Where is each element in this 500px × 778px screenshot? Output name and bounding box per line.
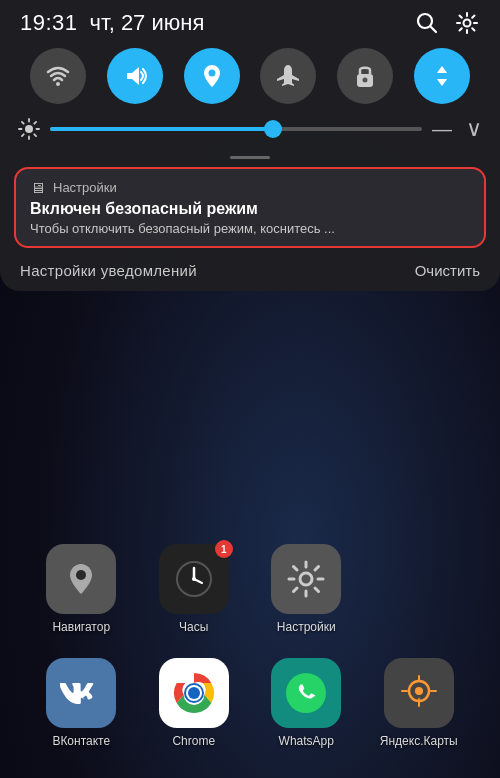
wifi-toggle[interactable] [30,48,86,104]
svg-point-36 [362,78,367,83]
notification-body: Чтобы отключить безопасный режим, коснит… [30,221,470,236]
quick-toggles [0,44,500,114]
chevron-down-icon[interactable]: ∨ [462,116,482,142]
notification-clear-button[interactable]: Очистить [415,262,480,279]
brightness-row: — ∨ [0,114,500,152]
svg-line-31 [472,16,474,18]
whatsapp-label: WhatsApp [279,734,334,748]
svg-line-11 [315,588,319,592]
vk-label: ВКонтакте [52,734,110,748]
empty-slot [368,544,471,634]
clock-label: Часы [179,620,208,634]
gear-icon[interactable] [454,10,480,36]
status-bar: 19:31 чт, 27 июня [0,0,500,44]
svg-line-13 [294,588,298,592]
chrome-label: Chrome [172,734,215,748]
svg-line-32 [460,28,462,30]
status-icons [414,10,480,36]
svg-point-5 [300,573,312,585]
search-icon[interactable] [414,10,440,36]
clock-badge: 1 [215,540,233,558]
notification-title: Включен безопасный режим [30,200,470,218]
whatsapp-icon[interactable] [271,658,341,728]
navigator-icon[interactable] [46,544,116,614]
notification-panel: 19:31 чт, 27 июня [0,0,500,291]
list-item[interactable]: 1 Часы [143,544,246,634]
list-item[interactable]: WhatsApp [255,658,358,748]
notification-card[interactable]: 🖥 Настройки Включен безопасный режим Что… [14,167,486,248]
list-item[interactable]: Chrome [143,658,246,748]
svg-line-29 [460,16,462,18]
svg-line-30 [472,28,474,30]
panel-divider [230,156,270,159]
notification-header: 🖥 Настройки [30,179,470,196]
svg-point-34 [208,70,215,77]
notification-settings-button[interactable]: Настройки уведомлений [20,262,197,279]
clock-icon[interactable]: 1 [159,544,229,614]
svg-point-21 [415,687,423,695]
settings-app-icon[interactable] [271,544,341,614]
data-toggle[interactable] [414,48,470,104]
notification-actions: Настройки уведомлений Очистить [0,252,500,291]
brightness-slider[interactable] [50,127,422,131]
svg-point-4 [192,577,196,581]
svg-line-10 [294,567,298,571]
yandex-maps-label: Яндекс.Карты [380,734,458,748]
list-item[interactable]: Яндекс.Карты [368,658,471,748]
svg-line-43 [22,122,24,124]
screen-lock-toggle[interactable] [337,48,393,104]
app-grid: Навигатор 1 Часы [0,524,500,778]
svg-line-44 [34,134,36,136]
svg-line-12 [315,567,319,571]
svg-point-24 [464,20,471,27]
notification-app-icon: 🖥 [30,179,45,196]
svg-line-46 [22,134,24,136]
svg-point-38 [25,125,33,133]
brightness-right-icon: — [432,118,452,141]
yandex-maps-icon[interactable] [384,658,454,728]
list-item[interactable]: Настройки [255,544,358,634]
svg-point-33 [56,82,60,86]
list-item[interactable]: ВКонтакте [30,658,133,748]
navigator-label: Навигатор [52,620,110,634]
vk-icon[interactable] [46,658,116,728]
chrome-icon[interactable] [159,658,229,728]
sound-toggle[interactable] [107,48,163,104]
airplane-toggle[interactable] [260,48,316,104]
brightness-icon [18,118,40,140]
svg-point-0 [76,570,86,580]
brightness-fill [50,127,273,131]
list-item[interactable]: Навигатор [30,544,133,634]
notification-app-name: Настройки [53,180,117,195]
settings-app-label: Настройки [277,620,336,634]
brightness-thumb[interactable] [264,120,282,138]
location-toggle[interactable] [184,48,240,104]
svg-line-45 [34,122,36,124]
svg-line-23 [431,27,437,33]
status-date: чт, 27 июня [90,10,205,36]
svg-point-17 [188,687,200,699]
status-time: 19:31 [20,10,78,36]
